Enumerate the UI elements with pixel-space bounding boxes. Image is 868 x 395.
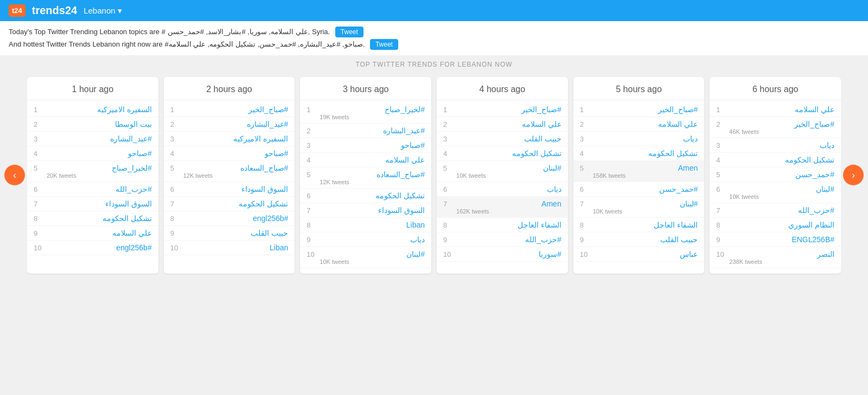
trend-name[interactable]: دياب (729, 141, 834, 150)
trend-name[interactable]: #لبنان (320, 250, 425, 258)
trend-item[interactable]: 9#حزب_الله (437, 232, 568, 247)
trend-item[interactable]: 4#صباحو (164, 146, 295, 161)
trend-item[interactable]: 8النظام السوري (710, 218, 841, 232)
trend-name[interactable]: Amen (456, 199, 561, 208)
trend-item[interactable]: 10#engl256b (27, 241, 158, 255)
trend-item[interactable]: 7السوق السوداء (300, 203, 431, 218)
trend-name[interactable]: علي السلامه (47, 229, 152, 237)
trend-item[interactable]: 4#صباحو (27, 146, 158, 161)
trend-item[interactable]: 7تشكيل الحكومه (164, 197, 295, 211)
trend-name[interactable]: النصر (729, 250, 834, 258)
trend-item[interactable]: 9حبيب القلب (573, 232, 705, 247)
trend-name[interactable]: #لخيرا_صباح (320, 105, 425, 114)
trend-item[interactable]: 8الشفاء العاجل (437, 218, 568, 232)
trend-name[interactable]: السوق السوداء (183, 185, 289, 193)
trend-name[interactable]: دياب (456, 185, 561, 193)
trend-item[interactable]: 1السفيره الاميركيه (27, 102, 158, 117)
trend-item[interactable]: 7Amen162K tweets (437, 197, 568, 218)
trend-name[interactable]: #عيد_البشاره (183, 120, 289, 128)
trend-item[interactable]: 5Amen158K tweets (573, 161, 705, 182)
trend-item[interactable]: 10Liban (164, 241, 295, 255)
trend-item[interactable]: 9علي السلامه (27, 226, 158, 241)
trend-name[interactable]: حبيب القلب (183, 229, 289, 237)
trend-item[interactable]: 4تشكيل الحكومه (573, 146, 705, 161)
trend-item[interactable]: 9دياب (300, 232, 431, 247)
trend-item[interactable]: 8Liban (300, 218, 431, 232)
trend-name[interactable]: علي السلامه (593, 120, 698, 128)
trend-name[interactable]: #عيد_البشاره (47, 134, 152, 143)
trend-name[interactable]: السوق السوداء (320, 206, 425, 215)
trend-item[interactable]: 2#صباح_الخير46K tweets (710, 117, 841, 138)
trend-name[interactable]: السفيره الاميركيه (183, 134, 289, 143)
trend-name[interactable]: Liban (320, 221, 425, 229)
trend-name[interactable]: #لخيرا_صباح (47, 164, 152, 172)
trend-item[interactable]: 8الشفاء العاجل (573, 218, 705, 232)
tweet-button-1[interactable]: Tweet (335, 27, 363, 37)
trend-name[interactable]: #حمد_حسن (593, 185, 698, 193)
trend-name[interactable]: #سوريا (456, 250, 561, 258)
trend-item[interactable]: 9حبيب القلب (164, 226, 295, 241)
trend-name[interactable]: #صباح_الخير (456, 105, 561, 114)
trend-name[interactable]: علي السلامه (729, 105, 834, 114)
trend-item[interactable]: 5#حمد_حسن (710, 167, 841, 182)
trend-name[interactable]: #حزب_الله (456, 235, 561, 244)
trend-item[interactable]: 2#عيد_البشاره (300, 124, 431, 138)
trend-name[interactable]: الشفاء العاجل (593, 221, 698, 229)
trend-item[interactable]: 5#صباح_السعاده12K tweets (164, 161, 295, 182)
trend-name[interactable]: السفيره الاميركيه (47, 105, 152, 114)
trend-name[interactable]: تشكيل الحكومه (183, 199, 289, 208)
trend-item[interactable]: 4علي السلامه (300, 153, 431, 167)
trend-name[interactable]: دياب (320, 235, 425, 244)
trend-item[interactable]: 7#لبنان10K tweets (573, 197, 705, 218)
trend-name[interactable]: تشكيل الحكومه (456, 149, 561, 158)
trend-item[interactable]: 1#لخيرا_صباح19K tweets (300, 102, 431, 124)
trend-item[interactable]: 6#حمد_حسن (573, 182, 705, 197)
trend-item[interactable]: 8تشكيل الحكومه (27, 211, 158, 226)
trend-item[interactable]: 3#صباحو (300, 138, 431, 153)
trend-item[interactable]: 7#حزب_الله (710, 203, 841, 218)
trend-name[interactable]: السوق السوداء (47, 199, 152, 208)
trend-name[interactable]: عباس (593, 250, 698, 258)
trend-item[interactable]: 5#لبنان10K tweets (437, 161, 568, 182)
trend-item[interactable]: 8#engl256b (164, 211, 295, 226)
trend-name[interactable]: #صباح_الخير (593, 105, 698, 114)
trend-name[interactable]: #engl256b (183, 214, 289, 223)
trend-name[interactable]: #حزب_الله (729, 206, 834, 215)
trend-name[interactable]: تشكيل الحكومه (593, 149, 698, 158)
trend-name[interactable]: #صباح_السعاده (183, 164, 289, 172)
trend-name[interactable]: النظام السوري (729, 221, 834, 229)
trend-name[interactable]: #صباحو (183, 149, 289, 158)
trend-item[interactable]: 6#حزب_الله (27, 182, 158, 197)
trend-name[interactable]: علي السلامه (456, 120, 561, 128)
trend-item[interactable]: 3دياب (573, 132, 705, 146)
trend-name[interactable]: #عيد_البشاره (320, 126, 425, 135)
location-selector[interactable]: Lebanon ▾ (84, 6, 122, 16)
trend-item[interactable]: 1علي السلامه (710, 102, 841, 117)
carousel-prev-button[interactable]: ‹ (4, 165, 25, 185)
trend-item[interactable]: 6دياب (437, 182, 568, 197)
trend-item[interactable]: 1#صباح_الخير (437, 102, 568, 117)
trend-name[interactable]: الشفاء العاجل (456, 221, 561, 229)
trend-item[interactable]: 6تشكيل الحكومه (300, 189, 431, 203)
trend-name[interactable]: #صباحو (320, 141, 425, 150)
trend-item[interactable]: 10#لبنان10K tweets (300, 247, 431, 268)
trend-item[interactable]: 3#عيد_البشاره (27, 132, 158, 146)
trend-name[interactable]: Amen (593, 164, 698, 172)
trend-name[interactable]: علي السلامه (320, 156, 425, 164)
trend-item[interactable]: 5#صباح_السعاده12K tweets (300, 167, 431, 189)
trend-name[interactable]: #لبنان (593, 199, 698, 208)
trend-item[interactable]: 10عباس (573, 247, 705, 262)
trend-item[interactable]: 3دياب (710, 138, 841, 153)
trend-name[interactable]: #صباحو (47, 149, 152, 158)
trend-item[interactable]: 3السفيره الاميركيه (164, 132, 295, 146)
trend-name[interactable]: #حمد_حسن (729, 170, 834, 179)
trend-name[interactable]: #لبنان (456, 164, 561, 172)
trend-item[interactable]: 6#لبنان10K tweets (710, 182, 841, 203)
trend-name[interactable]: تشكيل الحكومه (320, 191, 425, 200)
trend-item[interactable]: 4تشكيل الحكومه (710, 153, 841, 167)
trend-name[interactable]: #صباح_السعاده (320, 170, 425, 179)
trend-name[interactable]: دياب (593, 134, 698, 143)
trend-name[interactable]: بيت الوسطا (47, 120, 152, 128)
trend-item[interactable]: 9#ENGL256B (710, 232, 841, 247)
trend-name[interactable]: #ENGL256B (729, 235, 834, 244)
